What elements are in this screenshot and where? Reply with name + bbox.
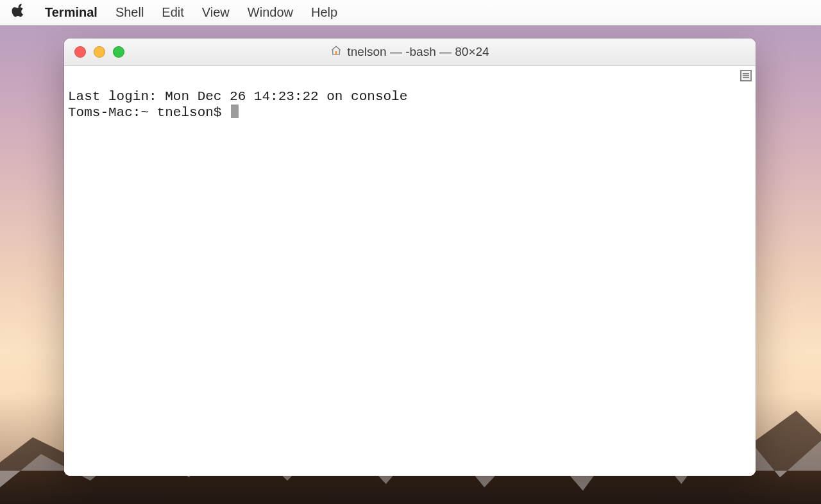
menu-shell[interactable]: Shell (106, 5, 153, 20)
home-icon (330, 45, 342, 60)
minimize-button[interactable] (94, 46, 105, 58)
macos-menu-bar: Terminal Shell Edit View Window Help (0, 0, 821, 26)
close-button[interactable] (74, 46, 86, 58)
menu-terminal[interactable]: Terminal (41, 5, 106, 20)
terminal-window: tnelson — -bash — 80×24 Last login: Mon … (64, 38, 756, 476)
menubar-divider (0, 25, 821, 26)
zoom-button[interactable] (113, 46, 124, 58)
terminal-prompt: Toms-Mac:~ tnelson$ (68, 105, 230, 120)
window-title-text: tnelson — -bash — 80×24 (347, 45, 489, 59)
window-titlebar[interactable]: tnelson — -bash — 80×24 (64, 38, 756, 66)
menu-window[interactable]: Window (239, 5, 302, 20)
menu-view[interactable]: View (193, 5, 239, 20)
desktop-background: Terminal Shell Edit View Window Help (0, 0, 821, 504)
window-traffic-lights (64, 38, 124, 65)
terminal-viewport[interactable]: Last login: Mon Dec 26 14:23:22 on conso… (64, 66, 756, 476)
menu-help[interactable]: Help (302, 5, 346, 20)
svg-rect-0 (335, 51, 337, 54)
text-cursor (231, 105, 239, 118)
window-title: tnelson — -bash — 80×24 (330, 45, 489, 60)
terminal-line-last-login: Last login: Mon Dec 26 14:23:22 on conso… (68, 89, 407, 104)
apple-menu[interactable] (12, 3, 27, 22)
apple-logo-icon (12, 3, 27, 22)
menu-edit[interactable]: Edit (153, 5, 192, 20)
scroll-indicator-icon[interactable] (740, 70, 752, 81)
